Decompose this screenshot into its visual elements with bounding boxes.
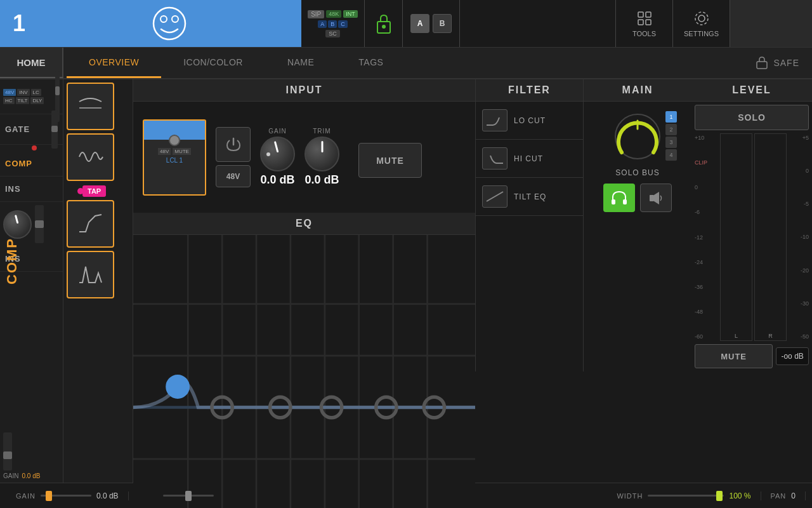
eq-graph[interactable] — [133, 235, 475, 508]
tab-tags[interactable]: TAGS — [336, 48, 405, 78]
meter-label-neg48: -48 — [695, 309, 717, 315]
speaker-icon — [647, 189, 665, 207]
svg-rect-6 — [646, 12, 651, 17]
sidebar-bottom: GAIN 0.0 dB — [0, 272, 63, 483]
power-button[interactable] — [216, 127, 251, 162]
input-header: INPUT — [133, 79, 475, 102]
safe-button[interactable]: SAFE — [743, 48, 812, 78]
format-badge: INT — [343, 10, 358, 18]
env-proc-btn[interactable] — [67, 251, 114, 298]
lo-cut-button[interactable]: LO CUT — [476, 102, 583, 140]
width-slider[interactable] — [648, 495, 724, 497]
level-header: LEVEL — [691, 79, 812, 102]
badge-tilt[interactable]: TILT — [16, 97, 30, 104]
tilt-eq-button[interactable]: TILT EQ — [476, 178, 583, 216]
svg-line-31 — [487, 192, 503, 201]
mute-button[interactable]: MUTE — [358, 143, 422, 178]
badge-48v[interactable]: 48V — [3, 89, 16, 96]
cs-mute: MUTE — [173, 148, 191, 155]
gain-slider[interactable] — [41, 495, 91, 497]
headphone-button[interactable] — [603, 184, 635, 212]
ins-module-1[interactable]: INS — [0, 177, 63, 202]
gate-fader[interactable] — [51, 110, 58, 149]
gain-knob[interactable] — [260, 137, 295, 171]
tap-button[interactable]: TAP — [82, 185, 106, 197]
pan-bottom-item: PAN 0 — [761, 491, 806, 500]
badge-hc[interactable]: HC — [3, 97, 15, 104]
main-section: MAIN 1 2 3 — [584, 79, 691, 371]
settings-label: SETTINGS — [684, 30, 719, 37]
gate-module[interactable]: GATE — [0, 114, 63, 145]
b-button[interactable]: B — [433, 14, 452, 33]
settings-section[interactable]: SETTINGS — [672, 0, 730, 47]
power-btns: 48V — [216, 127, 251, 187]
tab-overview[interactable]: OVERVIEW — [67, 48, 161, 78]
trim-knob[interactable] — [304, 137, 339, 171]
gain-bottom-value: 0.0 dB — [96, 491, 119, 500]
comp-module[interactable]: COMP — [0, 151, 63, 177]
width-label: WIDTH — [617, 492, 643, 500]
wave-proc-btn[interactable] — [67, 133, 114, 181]
filter-proc-btn[interactable] — [67, 83, 114, 130]
trim-slider[interactable] — [163, 495, 214, 497]
tools-section[interactable]: TOOLS — [615, 0, 672, 47]
meter-label-0: 0 — [695, 184, 717, 190]
envelope-icon — [76, 260, 105, 289]
badge-dly[interactable]: DLY — [30, 97, 44, 104]
meter-label-neg6: -6 — [695, 209, 717, 215]
svg-point-25 — [167, 377, 188, 398]
badge-lc[interactable]: LC — [31, 89, 41, 96]
solo-bus-buttons — [603, 184, 672, 212]
tab-icon-color[interactable]: ICON/COLOR — [161, 48, 265, 78]
sidebar-mini-fader[interactable] — [35, 205, 44, 243]
a-button[interactable]: A — [410, 14, 429, 33]
svg-point-2 — [172, 16, 178, 22]
speaker-button[interactable] — [640, 184, 672, 212]
home-button[interactable]: HOME — [0, 48, 63, 78]
lock-section — [365, 0, 403, 47]
bus-3[interactable]: 3 — [665, 137, 677, 148]
bus-2[interactable]: 2 — [665, 124, 677, 135]
hi-cut-button[interactable]: HI CUT — [476, 140, 583, 178]
tilt-eq-shape — [485, 189, 504, 204]
svg-rect-8 — [646, 20, 651, 25]
solo-button[interactable]: SOLO — [695, 105, 809, 130]
v48-button[interactable]: 48V — [216, 165, 251, 187]
comp-proc-btn[interactable] — [67, 200, 114, 248]
svg-rect-34 — [612, 199, 615, 204]
main-knob[interactable] — [612, 111, 663, 162]
meter-right: R — [754, 133, 787, 341]
gain-knob-group: GAIN 0.0 dB — [260, 128, 295, 187]
channel-b-badge[interactable]: B — [328, 20, 337, 28]
top-bar: 1 SIP 48K INT A B C SC A B — [0, 0, 812, 48]
tilt-eq-icon — [482, 185, 508, 208]
meter-rlabel-neg20: -20 — [790, 267, 809, 274]
channel-strip-labels: 48V MUTE — [158, 148, 191, 155]
channel-knob[interactable] — [169, 135, 180, 146]
hi-cut-label: HI CUT — [514, 154, 543, 163]
gear-icon — [693, 10, 710, 27]
channel-c-badge[interactable]: C — [338, 20, 348, 28]
tab-name[interactable]: NAME — [265, 48, 336, 78]
filter-header: FILTER — [476, 79, 583, 102]
meter-right-label: R — [768, 333, 773, 339]
ab-section: A B — [403, 0, 460, 47]
sidebar-knob[interactable] — [3, 210, 32, 239]
channel-a-badge[interactable]: A — [318, 20, 327, 28]
mute-bottom-button[interactable]: MUTE — [695, 344, 773, 368]
solo-bus-label: SOLO BUS — [615, 168, 659, 177]
meter-rlabel-0: 0 — [790, 168, 809, 174]
bus-1[interactable]: 1 — [665, 111, 677, 123]
badge-inv[interactable]: INV — [17, 89, 29, 96]
bus-4[interactable]: 4 — [665, 149, 677, 161]
main-header: MAIN — [584, 79, 691, 102]
db-display: -oo dB — [776, 347, 809, 365]
hi-cut-shape — [485, 150, 504, 166]
meter-labels-left: +10 CLIP 0 -6 -12 -24 -36 -48 -60 — [695, 133, 717, 341]
channel-number: 1 — [0, 0, 38, 47]
trim-knob-group: TRIM 0.0 dB — [304, 128, 339, 187]
sidebar-mini-fader-2[interactable] — [3, 432, 12, 471]
input-section: INPUT 48V MUTE LCL 1 — [133, 79, 476, 371]
red-indicator — [32, 145, 37, 150]
tools-icon — [636, 10, 653, 27]
